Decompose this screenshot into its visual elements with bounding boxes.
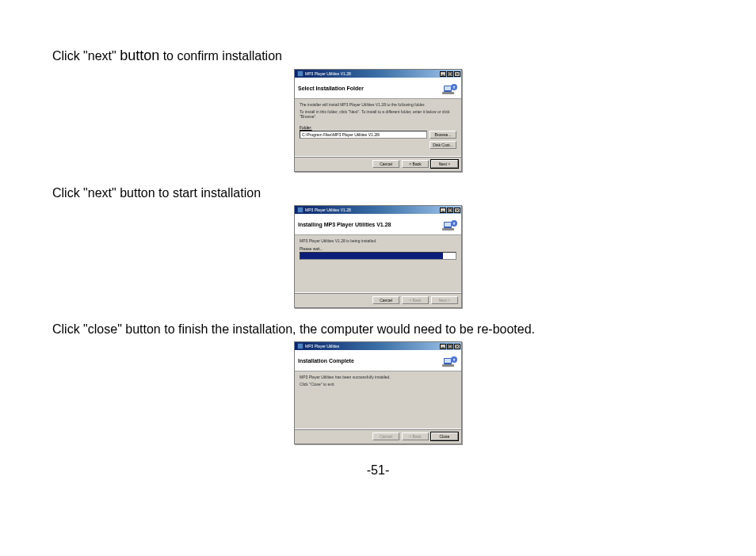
svg-rect-22	[442, 364, 454, 367]
back-button[interactable]: < Back	[402, 160, 429, 168]
next-button: Next >	[431, 296, 458, 304]
app-icon	[297, 70, 304, 77]
folder-label: Folder:	[300, 125, 456, 130]
dialog2-titlebar[interactable]: MP3 Player Utilities V1.28	[295, 206, 461, 214]
cancel-button: Cancel	[372, 432, 399, 440]
dialog1-line1: The installer will install MP3 Player Ut…	[300, 102, 456, 107]
folder-input[interactable]: C:\Program Files\MP3 Player Utilities V1…	[300, 131, 427, 139]
close-button[interactable]: Close	[431, 432, 458, 440]
dialog3-titlebar[interactable]: MP3 Player Utilities	[295, 342, 461, 350]
dialog2-title-text: MP3 Player Utilities V1.28	[305, 206, 351, 214]
instruction-step-1-bump: button	[120, 48, 159, 63]
svg-rect-21	[445, 359, 451, 363]
instruction-step-2: Click "next" button to start installatio…	[52, 186, 704, 200]
installer-icon	[442, 81, 458, 95]
progress-fill	[300, 253, 443, 259]
instruction-step-1: Click "next" button to confirm installat…	[52, 48, 704, 64]
cancel-button[interactable]: Cancel	[372, 160, 399, 168]
instruction-step-1-post: to confirm installation	[159, 49, 282, 63]
progress-label: Please wait...	[300, 246, 456, 251]
dialog3-title-text: MP3 Player Utilities	[305, 342, 339, 350]
cancel-button[interactable]: Cancel	[372, 296, 399, 304]
dialog1-line2: To install in this folder, click "Next".…	[300, 109, 456, 119]
dialog-select-folder: MP3 Player Utilities V1.28 Select Instal…	[294, 69, 462, 172]
instruction-step-3: Click "close" button to finish the insta…	[52, 322, 704, 337]
dialog2-heading: Installing MP3 Player Utilities V1.28	[298, 222, 391, 227]
svg-rect-14	[442, 228, 454, 230]
maximize-button[interactable]	[447, 344, 453, 349]
progress-bar	[300, 252, 456, 260]
page-number: -51-	[52, 463, 704, 478]
dialog1-title-text: MP3 Player Utilities V1.28	[305, 70, 351, 78]
dialog1-titlebar[interactable]: MP3 Player Utilities V1.28	[295, 70, 461, 78]
installer-icon	[442, 353, 458, 367]
dialog3-line2: Click "Close" to exit.	[300, 382, 456, 387]
close-button[interactable]	[454, 208, 460, 213]
back-button: < Back	[402, 296, 429, 304]
svg-rect-5	[445, 86, 451, 90]
next-button[interactable]: Next >	[431, 160, 458, 168]
dialog2-line1: MP3 Player Utilities V1.28 is being inst…	[300, 238, 456, 243]
installer-icon	[442, 217, 458, 231]
dialog-complete: MP3 Player Utilities Installation Comple…	[294, 341, 462, 444]
app-icon	[297, 207, 304, 213]
app-icon	[297, 343, 304, 349]
dialog1-heading: Select Installation Folder	[298, 86, 364, 91]
maximize-button[interactable]	[447, 71, 453, 77]
dialog-installing: MP3 Player Utilities V1.28 Installing MP…	[294, 205, 462, 308]
close-button[interactable]	[454, 71, 460, 77]
svg-rect-13	[445, 223, 451, 227]
minimize-button[interactable]	[440, 71, 446, 77]
dialog3-heading: Installation Complete	[298, 358, 354, 364]
browse-button[interactable]: Browse...	[430, 131, 456, 139]
svg-rect-17	[449, 345, 452, 348]
svg-rect-9	[449, 209, 452, 211]
back-button: < Back	[402, 432, 429, 440]
svg-rect-1	[449, 73, 452, 75]
svg-rect-6	[442, 92, 454, 94]
minimize-button[interactable]	[440, 344, 446, 349]
dialog3-line1: MP3 Player Utilities has been successful…	[300, 375, 456, 379]
instruction-step-1-pre: Click "next"	[52, 49, 120, 63]
minimize-button[interactable]	[440, 208, 446, 213]
disk-cost-button[interactable]: Disk Cost...	[430, 141, 456, 149]
close-button[interactable]	[454, 344, 460, 349]
maximize-button[interactable]	[447, 208, 453, 213]
